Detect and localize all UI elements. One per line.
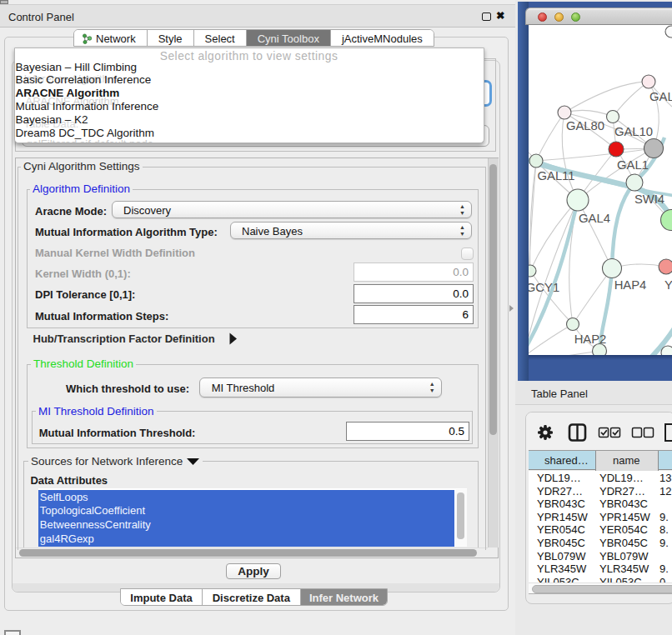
svg-text:SWI4: SWI4	[634, 192, 664, 206]
svg-text:GAL11: GAL11	[538, 169, 575, 182]
svg-text:GAL7: GAL7	[649, 90, 672, 103]
svg-text:Y: Y	[664, 278, 672, 292]
svg-text:HAP4: HAP4	[614, 278, 647, 292]
svg-text:GAL80: GAL80	[566, 119, 604, 132]
svg-text:GAL4: GAL4	[579, 212, 610, 225]
svg-text:GAL10: GAL10	[614, 125, 653, 138]
svg-text:HAP2: HAP2	[574, 332, 607, 346]
svg-text:GCY1: GCY1	[529, 281, 559, 294]
svg-text:GAL1: GAL1	[617, 158, 649, 172]
